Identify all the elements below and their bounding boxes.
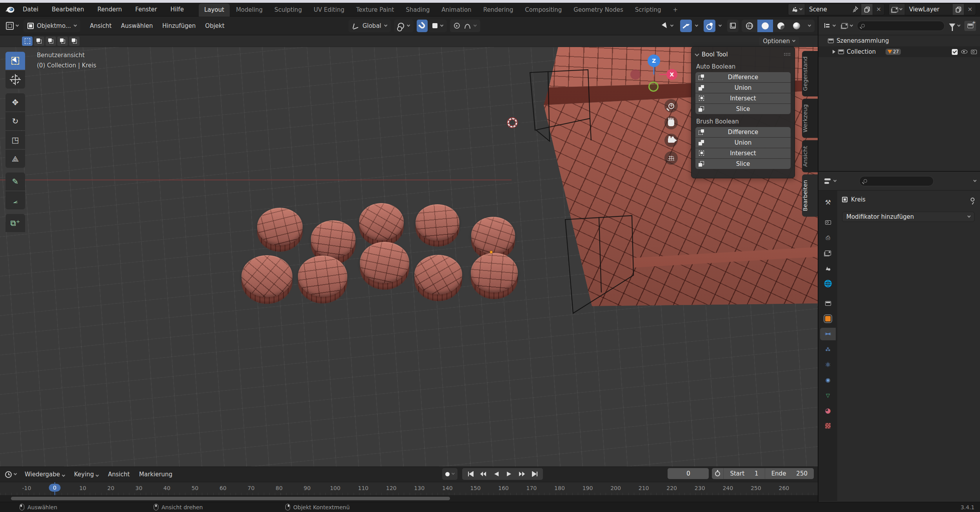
- jump-to-end-button[interactable]: [528, 468, 541, 480]
- tool-annotate[interactable]: ✎: [5, 172, 25, 191]
- base-disc-object[interactable]: [298, 256, 347, 303]
- snap-toggle[interactable]: [417, 20, 428, 32]
- properties-editor-type-button[interactable]: [822, 175, 838, 187]
- mode-dropdown[interactable]: Objektmo...: [24, 20, 80, 32]
- viewport-menu-ansicht[interactable]: Ansicht: [86, 21, 115, 31]
- play-reverse-button[interactable]: [490, 468, 503, 480]
- current-frame-pill[interactable]: 0: [49, 484, 61, 492]
- topbar-menu-datei[interactable]: Datei: [19, 4, 42, 15]
- base-disc-object[interactable]: [360, 242, 409, 290]
- tab-view-layer[interactable]: [820, 247, 836, 259]
- tab-material[interactable]: ◕: [820, 404, 836, 417]
- gizmo-z-axis-ball[interactable]: Z: [648, 54, 660, 67]
- timeline-menu-keying[interactable]: Keying: [70, 469, 102, 479]
- render-visibility-icon[interactable]: [971, 50, 977, 54]
- next-keyframe-button[interactable]: [515, 468, 528, 480]
- end-frame-field[interactable]: Ende 250: [765, 468, 814, 479]
- select-mode-extend-button[interactable]: [34, 36, 44, 46]
- play-button[interactable]: [503, 468, 515, 480]
- tab-world[interactable]: 🌐: [820, 277, 836, 290]
- scene-browse-button[interactable]: [788, 4, 805, 15]
- tab-object-data[interactable]: ▽: [820, 389, 836, 401]
- workspace-tab-modeling[interactable]: Modeling: [230, 4, 268, 16]
- show-overlays-toggle[interactable]: [704, 20, 715, 32]
- sidebar-tab-werkzeug[interactable]: Werkzeug: [802, 99, 818, 138]
- pan-view-button[interactable]: [664, 116, 678, 129]
- panel-drag-handle-icon[interactable]: [784, 53, 791, 56]
- bool-brush-intersect-button[interactable]: Intersect: [695, 148, 791, 158]
- topbar-menu-fenster[interactable]: Fenster: [131, 4, 161, 15]
- use-preview-range-button[interactable]: [712, 468, 724, 479]
- shading-rendered-button[interactable]: [789, 20, 804, 32]
- bool-tool-header[interactable]: Bool Tool: [695, 50, 791, 59]
- select-mode-intersect-button[interactable]: [69, 36, 80, 46]
- xray-toggle[interactable]: [727, 20, 739, 32]
- tab-constraints[interactable]: ◉: [820, 374, 836, 386]
- bool-brush-difference-button[interactable]: Difference: [695, 127, 791, 137]
- tab-render[interactable]: [820, 216, 836, 229]
- topbar-menu-hilfe[interactable]: Hilfe: [167, 4, 188, 15]
- tool-scale[interactable]: ◳: [5, 131, 25, 149]
- shading-material-button[interactable]: [773, 20, 789, 32]
- workspace-tab-texture-paint[interactable]: Texture Paint: [350, 4, 399, 16]
- base-disc-object[interactable]: [471, 253, 518, 299]
- topbar-menu-bearbeiten[interactable]: Bearbeiten: [48, 4, 88, 15]
- overlays-dropdown[interactable]: [716, 20, 724, 32]
- tab-object[interactable]: [820, 312, 836, 325]
- viewlayer-browse-button[interactable]: [889, 4, 905, 15]
- add-workspace-button[interactable]: +: [668, 4, 684, 16]
- snap-target-dropdown[interactable]: [428, 20, 447, 32]
- workspace-tab-scripting[interactable]: Scripting: [630, 4, 667, 16]
- workspace-tab-rendering[interactable]: Rendering: [478, 4, 519, 16]
- outliner-editor-type-button[interactable]: [822, 20, 837, 32]
- outliner-filter-button[interactable]: [947, 20, 962, 32]
- tab-texture[interactable]: [820, 419, 836, 432]
- tool-cursor[interactable]: [5, 71, 25, 89]
- tab-physics[interactable]: ⚛: [820, 358, 836, 371]
- zoom-view-button[interactable]: [664, 99, 678, 113]
- start-frame-field[interactable]: Start 1: [724, 468, 764, 479]
- sidebar-tab-gegenstand[interactable]: Gegenstand: [802, 51, 818, 96]
- timeline-scrollbar[interactable]: [11, 497, 450, 500]
- timeline-menu-wiedergabe[interactable]: Wiedergabe: [21, 469, 69, 479]
- workspace-tab-uv-editing[interactable]: UV Editing: [308, 4, 350, 16]
- viewport-3d[interactable]: Optionen Benutzeransicht (0) Collection …: [0, 35, 818, 467]
- expand-arrow-icon[interactable]: [833, 50, 835, 54]
- timeline-menu-markierung[interactable]: Markierung: [135, 469, 176, 479]
- editor-type-button[interactable]: [3, 20, 21, 32]
- workspace-tab-animation[interactable]: Animation: [436, 4, 477, 16]
- properties-search-input[interactable]: [859, 176, 934, 186]
- viewlayer-delete-button[interactable]: ✕: [964, 4, 976, 15]
- workspace-tab-sculpting[interactable]: Sculpting: [269, 4, 307, 16]
- base-disc-object[interactable]: [359, 203, 404, 246]
- workspace-tab-layout[interactable]: Layout: [199, 4, 230, 16]
- chevron-down-icon[interactable]: [973, 178, 976, 182]
- tool-measure[interactable]: ⦟: [5, 191, 25, 209]
- outliner-row-collection[interactable]: Collection 27: [818, 46, 980, 57]
- viewlayer-name[interactable]: ViewLayer: [905, 6, 952, 13]
- prev-keyframe-button[interactable]: [477, 468, 490, 480]
- select-mode-subtract-button[interactable]: [45, 36, 56, 46]
- proportional-edit-group[interactable]: [450, 20, 480, 32]
- jump-to-start-button[interactable]: [464, 468, 477, 480]
- viewport-menu-hinzufügen[interactable]: Hinzufügen: [158, 21, 200, 31]
- scene-new-button[interactable]: [861, 4, 873, 15]
- select-mode-new-button[interactable]: [22, 36, 33, 46]
- shading-wireframe-button[interactable]: [742, 20, 757, 32]
- tool-move[interactable]: ✥: [5, 93, 25, 111]
- shading-solid-button[interactable]: [757, 20, 773, 32]
- add-modifier-dropdown[interactable]: Modifikator hinzufügen: [842, 212, 975, 222]
- tab-output[interactable]: ⎙: [820, 231, 836, 244]
- outliner-display-mode-button[interactable]: [840, 20, 855, 32]
- new-collection-button[interactable]: [964, 21, 976, 31]
- bool-auto-difference-button[interactable]: Difference: [695, 72, 791, 82]
- gizmo-minus-y-ball[interactable]: [648, 82, 659, 92]
- timeline-editor-type-button[interactable]: [3, 468, 18, 481]
- tool-select-box[interactable]: [5, 52, 25, 70]
- camera-view-button[interactable]: [664, 134, 678, 147]
- sidebar-tab-ansicht[interactable]: Ansicht: [802, 140, 818, 172]
- bool-auto-slice-button[interactable]: Slice: [695, 104, 791, 114]
- record-icon[interactable]: [445, 472, 450, 476]
- timeline-ruler[interactable]: 0 -1010203040506070809010011012013014015…: [0, 482, 818, 495]
- viewlayer-new-button[interactable]: [952, 4, 964, 15]
